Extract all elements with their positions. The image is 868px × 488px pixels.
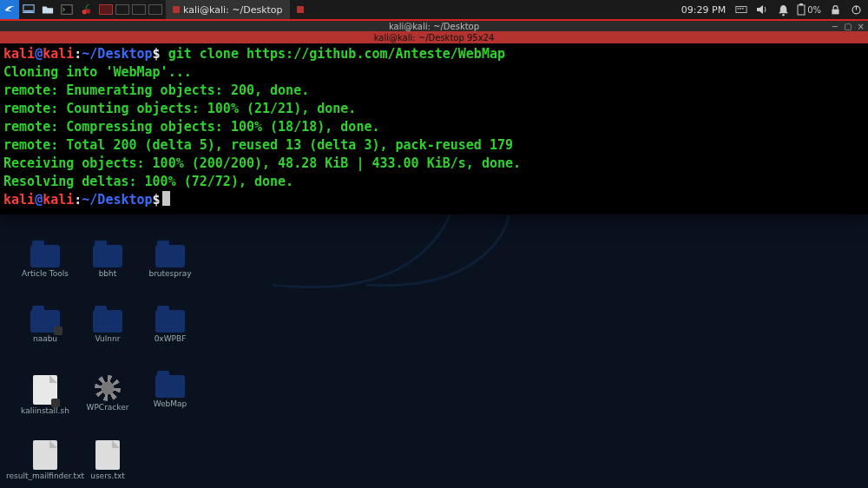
cherry-icon — [80, 3, 92, 16]
bell-icon — [777, 3, 790, 16]
svg-rect-11 — [799, 3, 803, 5]
workspace-1[interactable] — [99, 4, 113, 15]
task-app-icon — [173, 6, 180, 13]
folder-icon — [42, 3, 54, 16]
svg-point-3 — [82, 10, 87, 14]
folder-icon — [93, 310, 122, 333]
volume-indicator[interactable] — [755, 3, 769, 16]
desktop-icon-article-tools[interactable]: Article Tools — [17, 245, 73, 278]
window-title: kali@kali: ~/Desktop — [389, 22, 479, 31]
svg-rect-12 — [832, 9, 838, 14]
svg-rect-7 — [740, 8, 741, 9]
svg-rect-6 — [738, 8, 740, 9]
gear-icon — [95, 375, 121, 401]
lock-icon — [830, 4, 841, 16]
workspace-2[interactable] — [115, 4, 129, 15]
task-button-0[interactable]: kali@kali: ~/Desktop — [166, 0, 290, 19]
folder-icon — [155, 245, 185, 267]
workspace-switcher[interactable] — [99, 4, 162, 15]
battery-percent: 0% — [807, 5, 821, 15]
folder-icon — [155, 375, 185, 398]
top-panel: kali@kali: ~/Desktop 09:29 PM 0% — [0, 0, 868, 19]
terminal-window[interactable]: kali@kali: ~/Desktop − ▢ × kali@kali: ~/… — [0, 19, 868, 214]
workspace-3[interactable] — [132, 4, 146, 15]
power-button[interactable] — [849, 3, 863, 16]
desktop-icon-kaliinstall-sh[interactable]: kaliinstall.sh — [17, 375, 73, 415]
desktop-icon-webmap[interactable]: WebMap — [142, 375, 198, 408]
terminal-cursor — [162, 191, 170, 206]
lock-button[interactable] — [828, 3, 842, 16]
desktop-icon-0xwpbf[interactable]: 0xWPBF — [142, 310, 198, 343]
terminal-icon — [61, 3, 73, 16]
notifications-indicator[interactable] — [776, 3, 790, 16]
app-menu-button[interactable] — [0, 0, 19, 19]
folder-icon — [93, 245, 122, 267]
terminal-output[interactable]: kali@kali:~/Desktop$ git clone https://g… — [0, 43, 868, 214]
maximize-button[interactable]: ▢ — [844, 22, 852, 31]
clock[interactable]: 09:29 PM — [680, 4, 727, 16]
desktop-icon-users-txt[interactable]: users.txt — [80, 440, 135, 480]
workspace-4[interactable] — [148, 4, 162, 15]
terminal-tab-label: kali@kali: ~/Desktop 95x24 — [374, 33, 495, 43]
terminal-launcher-button[interactable] — [57, 0, 76, 19]
show-desktop-button[interactable] — [19, 0, 38, 19]
kali-logo-icon — [3, 3, 16, 16]
desktop-icon-naabu[interactable]: naabu — [17, 310, 73, 343]
text-file-icon — [95, 440, 120, 470]
desktop-icon-brutespray[interactable]: brutespray — [142, 245, 198, 278]
folder-icon — [155, 310, 185, 333]
desktop-icon-result_mailfinder-txt[interactable]: result_mailfinder.txt — [17, 440, 73, 480]
battery-icon — [797, 3, 806, 16]
minimize-button[interactable]: − — [832, 22, 838, 31]
desktop-icon-label: users.txt — [90, 472, 125, 480]
desktop-icon-label: result_mailfinder.txt — [6, 472, 84, 480]
terminal-tab[interactable]: kali@kali: ~/Desktop 95x24 — [0, 31, 868, 43]
desktop-icon-label: brutespray — [148, 269, 191, 278]
svg-point-9 — [782, 13, 784, 15]
text-file-icon — [33, 440, 57, 470]
desktop-icon-vulnnr[interactable]: Vulnnr — [80, 310, 135, 343]
desktop-icon — [23, 3, 35, 16]
task-label: kali@kali: ~/Desktop — [183, 4, 283, 16]
battery-indicator[interactable]: 0% — [797, 3, 821, 16]
folder-lock-icon — [30, 310, 60, 333]
desktop-icon-label: 0xWPBF — [155, 334, 187, 343]
window-titlebar[interactable]: kali@kali: ~/Desktop − ▢ × — [0, 19, 868, 31]
svg-rect-5 — [736, 7, 746, 13]
keyboard-icon — [735, 3, 747, 16]
power-icon — [851, 4, 862, 16]
desktop-icon-label: WPCracker — [87, 403, 129, 412]
cherrytree-button[interactable] — [76, 0, 95, 19]
svg-point-4 — [86, 9, 90, 13]
taskbar: kali@kali: ~/Desktop — [166, 0, 311, 19]
desktop-icon-label: WebMap — [154, 399, 187, 408]
folder-icon — [30, 245, 60, 267]
desktop-icon-label: Vulnnr — [95, 334, 121, 343]
speaker-icon — [755, 3, 769, 16]
svg-rect-8 — [742, 8, 744, 9]
task-button-1[interactable] — [290, 0, 311, 19]
desktop-icon-bbht[interactable]: bbht — [80, 245, 135, 278]
svg-rect-1 — [24, 10, 34, 12]
svg-rect-2 — [62, 5, 72, 15]
desktop-icon-label: naabu — [33, 334, 57, 343]
close-button[interactable]: × — [858, 22, 865, 31]
desktop-icon-label: bbht — [99, 269, 117, 278]
desktop-icon-label: Article Tools — [22, 269, 69, 278]
keyboard-indicator[interactable] — [734, 3, 748, 16]
svg-rect-10 — [798, 5, 805, 15]
desktop-icon-wpcracker[interactable]: WPCracker — [80, 375, 135, 412]
file-manager-button[interactable] — [38, 0, 57, 19]
task-app-icon — [297, 6, 304, 13]
script-file-icon — [33, 375, 57, 405]
desktop-icon-label: kaliinstall.sh — [21, 406, 69, 415]
